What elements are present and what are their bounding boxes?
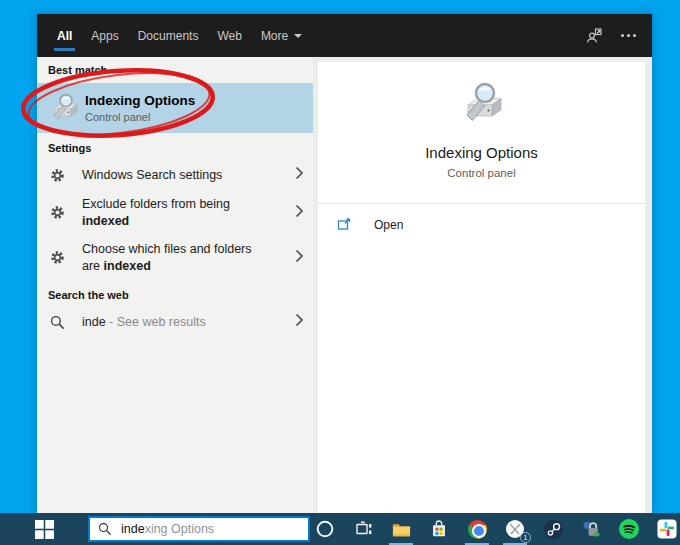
chevron-down-icon [294,34,302,38]
start-button[interactable] [0,513,88,545]
file-explorer-button[interactable] [382,513,420,545]
indexing-options-icon [48,92,80,124]
gear-icon [50,205,66,220]
search-results-area: Best match Indexing Options Control pane… [37,57,652,513]
taskbar-search-input[interactable]: indexing Options [88,516,310,542]
tab-documents[interactable]: Documents [138,14,199,57]
search-icon [50,315,66,330]
xbox-button[interactable]: 1 [496,513,534,545]
preview-title: Indexing Options [318,144,645,161]
search-icon [98,522,112,536]
task-view-icon [353,519,373,539]
settings-header: Settings [48,142,313,154]
spotify-button[interactable] [610,513,648,545]
chevron-right-icon [295,249,303,267]
chrome-button[interactable] [458,513,496,545]
microsoft-store-icon [429,519,449,539]
xbox-notification-badge: 1 [520,532,531,543]
indexing-options-icon [318,80,645,128]
cortana-icon [315,519,335,539]
preview-panel: Indexing Options Control panel Open [318,62,645,513]
best-match-header: Best match [48,64,313,76]
settings-item-choose-files-folders[interactable]: Choose which files and folders are index… [37,235,313,280]
gear-icon [50,250,66,265]
open-label: Open [374,218,403,232]
steam-icon [543,519,564,540]
settings-item-exclude-folders[interactable]: Exclude folders from being indexed [37,190,313,235]
chevron-right-icon [295,166,303,184]
result-title: Indexing Options [85,93,195,108]
preview-subtitle: Control panel [318,167,645,179]
search-suggestion-text: xing Options [145,522,214,536]
taskbar: indexing Options [0,513,680,545]
search-tab-bar: All Apps Documents Web More [37,14,652,57]
tab-all[interactable]: All [57,14,72,57]
user-account-icon[interactable] [586,27,603,44]
slack-icon [657,519,677,539]
settings-item-windows-search-settings[interactable]: Windows Search settings [37,160,313,190]
search-typed-text: inde [121,522,145,536]
file-explorer-icon [391,519,412,540]
tab-apps[interactable]: Apps [91,14,118,57]
search-flyout: All Apps Documents Web More [37,14,652,513]
web-result-inde[interactable]: inde - See web results [37,307,313,337]
lock-download-icon [581,519,602,540]
more-options-icon[interactable] [621,34,636,37]
open-action[interactable]: Open [318,204,645,232]
tab-more[interactable]: More [261,14,302,57]
chevron-right-icon [295,204,303,222]
open-window-icon [337,217,352,232]
chevron-right-icon [295,313,303,331]
best-match-result[interactable]: Indexing Options Control panel [37,83,313,133]
gear-icon [50,168,66,183]
desktop: All Apps Documents Web More [0,0,680,545]
slack-button[interactable] [648,513,680,545]
spotify-icon [619,519,639,539]
steam-button[interactable] [534,513,572,545]
search-web-header: Search the web [48,289,313,301]
result-subtitle: Control panel [85,111,195,123]
tab-web[interactable]: Web [217,14,241,57]
cortana-button[interactable] [306,513,344,545]
secure-lock-button[interactable] [572,513,610,545]
chrome-icon [468,520,487,539]
task-view-button[interactable] [344,513,382,545]
windows-logo-icon [35,520,54,539]
results-pane: Best match Indexing Options Control pane… [37,57,313,513]
microsoft-store-button[interactable] [420,513,458,545]
